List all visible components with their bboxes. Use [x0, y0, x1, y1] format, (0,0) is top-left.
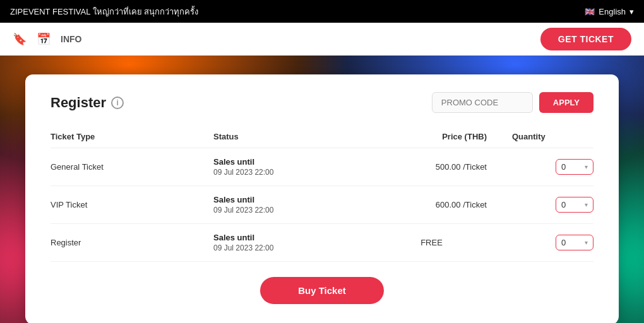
apply-button[interactable]: APPLY	[539, 92, 593, 113]
qty-selector-wrapper: 0 1 2 3 4 5 ▾	[556, 235, 593, 250]
subnav-left: 🔖 📅 INFO	[13, 32, 81, 46]
qty-select-0[interactable]: 0 1 2 3 4 5	[561, 162, 566, 172]
card-title: Register i	[51, 95, 124, 111]
price-cell: 600.00 /Ticket	[376, 186, 512, 224]
price-cell: FREE	[376, 224, 512, 262]
info-icon[interactable]: i	[111, 97, 124, 109]
card-header: Register i APPLY	[51, 92, 593, 113]
status-cell: Sales until 09 Jul 2023 22:00	[213, 148, 376, 186]
table-row: VIP Ticket Sales until 09 Jul 2023 22:00…	[51, 186, 593, 224]
buy-btn-row: Buy Ticket	[51, 277, 593, 304]
ticket-rows: General Ticket Sales until 09 Jul 2023 2…	[51, 148, 593, 262]
status-cell: Sales until 09 Jul 2023 22:00	[213, 186, 376, 224]
get-ticket-button[interactable]: GET TICKET	[540, 28, 631, 50]
status-cell: Sales until 09 Jul 2023 22:00	[213, 224, 376, 262]
quantity-cell: 0 1 2 3 4 5 ▾	[512, 148, 593, 186]
bookmark-icon: 🔖	[13, 32, 27, 46]
col-price: Price (THB)	[376, 126, 512, 148]
chevron-icon: ▾	[585, 239, 588, 246]
col-quantity: Quantity	[512, 126, 593, 148]
language-selector[interactable]: 🇬🇧 English ▾	[585, 7, 634, 16]
col-status: Status	[213, 126, 376, 148]
subnav: 🔖 📅 INFO GET TICKET	[0, 23, 644, 56]
qty-select-1[interactable]: 0 1 2 3 4 5	[561, 200, 566, 209]
calendar-icon: 📅	[37, 32, 51, 46]
promo-area: APPLY	[432, 92, 593, 113]
ticket-table: Ticket Type Status Price (THB) Quantity …	[51, 126, 593, 262]
flag-icon: 🇬🇧	[585, 7, 595, 16]
price-cell: 500.00 /Ticket	[376, 148, 512, 186]
navbar: ZIPEVENT FESTIVAL ใหญ่กว่าที่เคย สนุกกว่…	[0, 0, 644, 23]
main-content: Register i APPLY Ticket Type Status Pric…	[0, 56, 644, 323]
chevron-icon: ▾	[585, 163, 588, 170]
buy-ticket-button[interactable]: Buy Ticket	[260, 277, 384, 304]
chevron-down-icon: ▾	[629, 7, 634, 16]
quantity-cell: 0 1 2 3 4 5 ▾	[512, 186, 593, 224]
table-header: Ticket Type Status Price (THB) Quantity	[51, 126, 593, 148]
table-row: Register Sales until 09 Jul 2023 22:00 F…	[51, 224, 593, 262]
qty-selector-wrapper: 0 1 2 3 4 5 ▾	[556, 197, 593, 213]
qty-selector-wrapper: 0 1 2 3 4 5 ▾	[556, 159, 593, 175]
promo-code-input[interactable]	[432, 92, 533, 113]
language-label: English	[599, 7, 626, 16]
ticket-type-cell: Register	[51, 224, 213, 262]
col-ticket-type: Ticket Type	[51, 126, 213, 148]
ticket-type-cell: General Ticket	[51, 148, 213, 186]
qty-select-2[interactable]: 0 1 2 3 4 5	[561, 238, 566, 247]
chevron-icon: ▾	[585, 201, 588, 208]
quantity-cell: 0 1 2 3 4 5 ▾	[512, 224, 593, 262]
ticket-type-cell: VIP Ticket	[51, 186, 213, 224]
navbar-title: ZIPEVENT FESTIVAL ใหญ่กว่าที่เคย สนุกกว่…	[10, 5, 198, 18]
register-title: Register	[51, 95, 106, 111]
info-nav-label[interactable]: INFO	[61, 34, 81, 44]
table-row: General Ticket Sales until 09 Jul 2023 2…	[51, 148, 593, 186]
register-card: Register i APPLY Ticket Type Status Pric…	[25, 74, 619, 323]
